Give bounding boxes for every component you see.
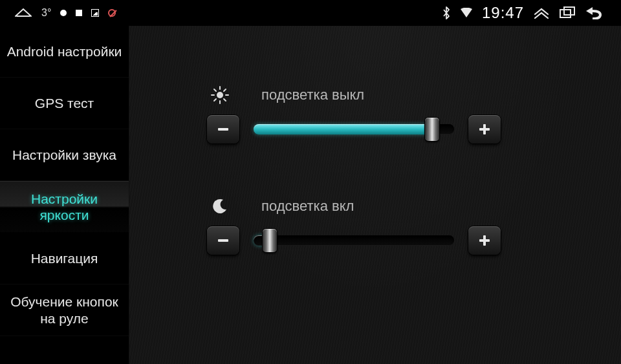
sidebar-item-label: GPS тест — [35, 95, 94, 111]
sidebar-item-label: Android настройки — [7, 43, 122, 59]
status-bar: 3° 19:47 — [0, 0, 621, 26]
brightness-day-plus-button[interactable] — [468, 115, 501, 144]
svg-line-10 — [224, 89, 226, 91]
no-entry-icon — [108, 9, 116, 17]
svg-rect-14 — [218, 239, 228, 242]
sidebar-item-label: Обучение кнопок на руле — [5, 294, 124, 326]
slider-thumb[interactable] — [263, 229, 277, 252]
sidebar-item-label: Настройки звука — [12, 147, 116, 163]
bluetooth-icon — [442, 6, 451, 19]
svg-rect-0 — [560, 10, 571, 17]
brightness-night-minus-button[interactable] — [207, 226, 239, 255]
sidebar-item-label: Навигация — [31, 250, 98, 266]
slider-fill — [254, 124, 432, 134]
temperature-indicator: 3° — [41, 7, 51, 19]
settings-sidebar: Android настройки GPS тест Настройки зву… — [0, 26, 129, 364]
brightness-day-label: подсветка выкл — [261, 87, 364, 103]
brightness-night-label: подсветка вкл — [261, 198, 354, 215]
svg-line-8 — [224, 99, 226, 101]
status-clock: 19:47 — [482, 4, 524, 22]
brightness-night-slider[interactable] — [254, 231, 454, 250]
brightness-panel: подсветка выкл — [129, 26, 621, 364]
sidebar-item-brightness-settings[interactable]: Настройки яркости — [0, 181, 129, 233]
sidebar-item-gps-test[interactable]: GPS тест — [0, 78, 129, 129]
sun-icon — [207, 86, 233, 104]
slider-track — [254, 235, 454, 246]
svg-rect-16 — [483, 235, 486, 246]
svg-point-2 — [217, 92, 223, 98]
moon-icon — [207, 198, 233, 215]
sidebar-item-wheel-buttons[interactable]: Обучение кнопок на руле — [0, 284, 129, 336]
sidebar-item-sound-settings[interactable]: Настройки звука — [0, 129, 129, 181]
back-icon[interactable] — [585, 6, 603, 19]
svg-rect-11 — [218, 128, 228, 131]
svg-rect-13 — [483, 124, 486, 134]
svg-line-9 — [214, 99, 216, 101]
svg-line-7 — [214, 89, 216, 91]
brightness-night-row: подсветка вкл — [207, 195, 576, 255]
picture-icon — [91, 9, 99, 17]
status-square-icon — [76, 10, 82, 16]
sidebar-item-label: Настройки яркости — [5, 191, 124, 223]
brightness-night-plus-button[interactable] — [468, 226, 501, 255]
status-dot-icon — [60, 10, 67, 16]
brightness-day-slider[interactable] — [254, 120, 454, 139]
home-icon[interactable] — [14, 7, 32, 19]
brightness-day-minus-button[interactable] — [207, 115, 239, 144]
recent-apps-icon[interactable] — [559, 6, 576, 19]
slider-thumb[interactable] — [425, 118, 439, 141]
sidebar-item-navigation[interactable]: Навигация — [0, 233, 129, 284]
svg-rect-1 — [564, 7, 574, 15]
sidebar-item-android-settings[interactable]: Android настройки — [0, 26, 129, 78]
wifi-icon — [460, 8, 473, 18]
brightness-day-row: подсветка выкл — [207, 84, 576, 144]
chevron-up-icon[interactable] — [533, 6, 550, 19]
